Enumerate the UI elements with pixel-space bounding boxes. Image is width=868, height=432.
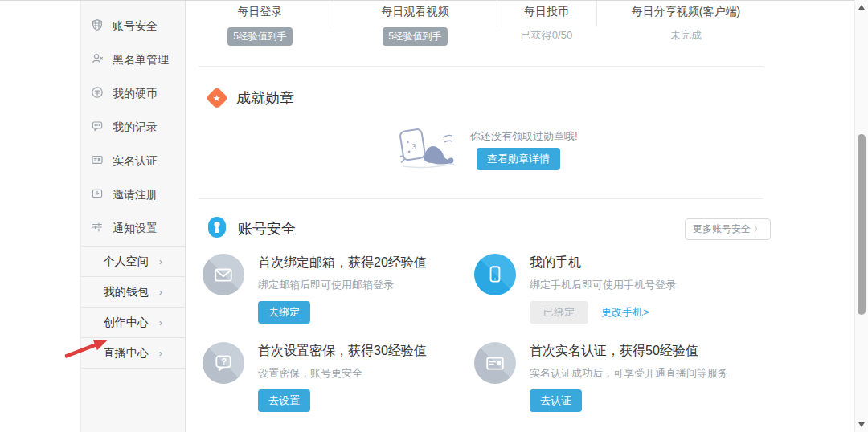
sidebar-item-my-coins[interactable]: 我的硬币 (81, 77, 185, 111)
card-set-security-question: ? 首次设置密保，获得30经验值 设置密保，账号更安全 去设置 (203, 342, 474, 430)
nav-group-label: 创作中心 (104, 316, 149, 330)
keyhole-badge-icon (207, 216, 227, 242)
task-label: 每日投币 (497, 5, 596, 19)
sidebar-item-my-records[interactable]: 我的记录 (81, 111, 185, 145)
medals-section-header: ★ 成就勋章 (209, 88, 294, 108)
coin-icon (91, 86, 104, 102)
exp-earned-badge: 5经验值到手 (383, 27, 448, 46)
task-status-text: 未完成 (670, 29, 702, 41)
chevron-right-icon: › (159, 316, 162, 328)
section-divider (199, 198, 763, 199)
shield-icon (91, 18, 104, 35)
id-card-icon (474, 342, 516, 384)
card-description: 绑定邮箱后即可使用邮箱登录 (258, 278, 427, 292)
sidebar-item-blacklist[interactable]: 黑名单管理 (81, 43, 185, 77)
scroll-down-arrow-icon[interactable] (858, 422, 865, 427)
id-card-icon (91, 153, 104, 169)
scroll-up-arrow-icon[interactable] (858, 5, 865, 10)
sidebar-item-real-name-verify[interactable]: 实名认证 (81, 145, 185, 178)
go-verify-button[interactable]: 去认证 (530, 389, 582, 412)
medal-empty-text: 你还没有领取过勋章哦! (470, 129, 578, 144)
account-settings-page: 账号安全 黑名单管理 我的硬币 我的记录 (0, 0, 868, 432)
daily-task-login: 每日登录 5经验值到手 (186, 0, 334, 46)
envelope-icon (203, 254, 244, 295)
sidebar-item-label: 邀请注册 (113, 188, 158, 202)
view-medal-details-button[interactable]: 查看勋章详情 (477, 148, 560, 170)
medals-section-title: 成就勋章 (236, 88, 294, 108)
sidebar-group-creation-center[interactable]: 创作中心 › (81, 307, 185, 337)
sidebar-item-label: 黑名单管理 (113, 53, 169, 67)
security-cards-grid: 首次绑定邮箱，获得20经验值 绑定邮箱后即可使用邮箱登录 去绑定 我的手机 绑定… (203, 254, 746, 430)
invite-icon (91, 187, 104, 203)
nav-group-label: 直播中心 (104, 346, 149, 361)
card-title: 首次设置密保，获得30经验值 (258, 343, 427, 360)
sidebar-item-label: 实名认证 (113, 154, 158, 169)
security-section-header: 账号安全 (207, 216, 296, 242)
sliders-icon (91, 221, 104, 237)
task-column-divider (334, 2, 334, 26)
card-my-phone: 我的手机 绑定手机后即可使用手机号登录 已绑定 更改手机> (474, 254, 746, 342)
sidebar-item-label: 我的记录 (113, 120, 158, 135)
chat-icon (91, 120, 104, 136)
task-label: 每日分享视频(客户端) (596, 5, 776, 19)
security-section-title: 账号安全 (238, 219, 296, 238)
card-bind-email: 首次绑定邮箱，获得20经验值 绑定邮箱后即可使用邮箱登录 去绑定 (203, 254, 474, 342)
chevron-right-icon: › (159, 347, 162, 359)
card-title: 首次实名认证，获得50经验值 (530, 343, 728, 360)
change-phone-link[interactable]: 更改手机> (601, 305, 649, 320)
sidebar-item-account-security[interactable]: 账号安全 (81, 10, 185, 43)
chevron-right-icon: › (159, 286, 162, 298)
card-title: 我的手机 (530, 255, 676, 271)
person-icon (91, 52, 104, 68)
sidebar-item-label: 账号安全 (113, 19, 158, 34)
sidebar-item-label: 通知设置 (113, 222, 158, 236)
go-set-security-question-button[interactable]: 去设置 (258, 389, 310, 412)
card-real-name-verification: 首次实名认证，获得50经验值 实名认证成功后，可享受开通直播间等服务 去认证 (474, 342, 746, 430)
sidebar-item-invite-register[interactable]: 邀请注册 (81, 178, 185, 212)
daily-task-watch-video: 每日观看视频 5经验值到手 (334, 0, 497, 46)
task-progress-text: 已获得0/50 (521, 29, 572, 41)
settings-sidebar: 账号安全 黑名单管理 我的硬币 我的记录 (80, 1, 186, 432)
section-divider (199, 66, 763, 67)
medal-star-icon: ★ (206, 87, 228, 109)
card-description: 绑定手机后即可使用手机号登录 (530, 278, 676, 292)
medal-empty-mascot-illustration: 3 (391, 120, 464, 175)
task-column-divider (596, 2, 597, 26)
task-label: 每日观看视频 (334, 5, 497, 19)
nav-group-label: 个人空间 (104, 255, 149, 269)
card-description: 设置密保，账号更安全 (258, 366, 427, 381)
sidebar-group-personal-space[interactable]: 个人空间 › (81, 246, 185, 276)
sidebar-item-label: 我的硬币 (113, 87, 158, 101)
sidebar-group-my-wallet[interactable]: 我的钱包 › (81, 276, 185, 307)
svg-text:?: ? (221, 357, 227, 366)
more-account-security-button[interactable]: 更多账号安全 〉 (685, 218, 771, 240)
phone-bound-button: 已绑定 (530, 301, 588, 324)
daily-tasks-row: 每日登录 5经验值到手 每日观看视频 5经验值到手 每日投币 已获得0/50 每… (186, 0, 776, 46)
daily-task-share-video: 每日分享视频(客户端) 未完成 (596, 0, 776, 46)
card-description: 实名认证成功后，可享受开通直播间等服务 (530, 366, 728, 381)
sidebar-item-notification-settings[interactable]: 通知设置 (81, 212, 185, 246)
task-column-divider (497, 2, 497, 26)
daily-task-coin: 每日投币 已获得0/50 (497, 0, 596, 46)
phone-icon (474, 254, 516, 295)
exp-earned-badge: 5经验值到手 (227, 27, 293, 46)
sidebar-menu: 账号安全 黑名单管理 我的硬币 我的记录 (81, 1, 185, 246)
card-title: 首次绑定邮箱，获得20经验值 (258, 255, 427, 271)
nav-group-label: 我的钱包 (104, 285, 149, 300)
vertical-scrollbar[interactable] (854, 0, 868, 432)
go-bind-email-button[interactable]: 去绑定 (258, 301, 310, 324)
chevron-right-icon: › (159, 255, 162, 267)
task-label: 每日登录 (186, 5, 334, 19)
scrollbar-thumb[interactable] (858, 134, 866, 315)
question-bubble-icon: ? (203, 342, 244, 384)
